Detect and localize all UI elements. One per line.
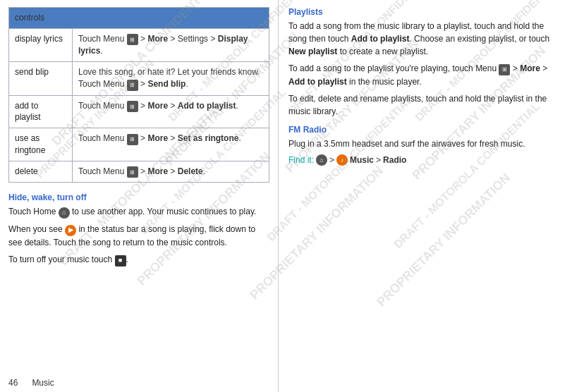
- left-column: controls display lyrics Touch Menu ⊞ > M…: [0, 0, 279, 392]
- menu-icon: ⊞: [127, 101, 138, 112]
- controls-table: controls display lyrics Touch Menu ⊞ > M…: [8, 7, 269, 183]
- action-label: use as ringtone: [9, 128, 73, 161]
- table-row: display lyrics Touch Menu ⊞ > More > Set…: [9, 28, 269, 61]
- action-description: Love this song, or hate it? Let your fri…: [73, 62, 269, 95]
- page-number: 46: [8, 378, 18, 388]
- find-it-label: Find it:: [288, 155, 314, 165]
- hide-para-2: When you see ▶ in the status bar a song …: [8, 223, 269, 249]
- action-description: Touch Menu ⊞ > More > Delete.: [73, 161, 269, 183]
- menu-icon: ⊞: [127, 80, 138, 91]
- hide-para-3: To turn off your music touch ■.: [8, 253, 269, 267]
- menu-icon: ⊞: [127, 134, 138, 145]
- action-label: send blip: [9, 62, 73, 95]
- hide-section-heading: Hide, wake, turn off: [8, 192, 269, 202]
- right-column: Playlists To add a song from the music l…: [279, 0, 572, 392]
- action-label: display lyrics: [9, 28, 73, 61]
- stop-icon: ■: [115, 255, 126, 267]
- page-footer: 46 Music: [8, 378, 54, 388]
- action-label: delete: [9, 161, 73, 183]
- find-it-line: Find it: ⌂ > ♪ Music > Radio: [288, 154, 562, 166]
- page-section: Music: [32, 378, 54, 388]
- action-label: add to playlist: [9, 95, 73, 128]
- home-icon: ⌂: [59, 207, 70, 219]
- find-it-radio: Radio: [383, 155, 406, 165]
- fm-radio-heading: FM Radio: [288, 125, 562, 135]
- menu-icon: ⊞: [499, 64, 510, 75]
- action-description: Touch Menu ⊞ > More > Add to playlist.: [73, 95, 269, 128]
- table-row: add to playlist Touch Menu ⊞ > More > Ad…: [9, 95, 269, 128]
- table-row: use as ringtone Touch Menu ⊞ > More > Se…: [9, 128, 269, 161]
- music-icon: ♪: [336, 154, 348, 166]
- play-icon: ▶: [65, 225, 76, 236]
- table-header: controls: [9, 8, 269, 29]
- playlists-heading: Playlists: [288, 7, 562, 17]
- playlists-para-2: To add a song to the playlist you're pla…: [288, 62, 562, 88]
- find-it-arrow-2: >: [376, 155, 381, 165]
- hide-para-1: Touch Home ⌂ to use another app. Your mu…: [8, 205, 269, 219]
- fm-radio-para: Plug in a 3.5mm headset and surf the air…: [288, 137, 562, 150]
- find-it-music: Music: [350, 155, 374, 165]
- table-row: delete Touch Menu ⊞ > More > Delete.: [9, 161, 269, 183]
- menu-icon: ⊞: [127, 34, 138, 45]
- action-description: Touch Menu ⊞ > More > Settings > Display…: [73, 28, 269, 61]
- table-row: send blip Love this song, or hate it? Le…: [9, 62, 269, 95]
- playlists-para-3: To edit, delete and rename playlists, to…: [288, 92, 562, 118]
- find-it-arrow-1: >: [329, 155, 334, 165]
- menu-icon: ⊞: [127, 166, 138, 178]
- playlists-para-1: To add a song from the music library to …: [288, 20, 562, 58]
- home-icon-2: ⌂: [316, 154, 327, 166]
- action-description: Touch Menu ⊞ > More > Set as ringtone.: [73, 128, 269, 161]
